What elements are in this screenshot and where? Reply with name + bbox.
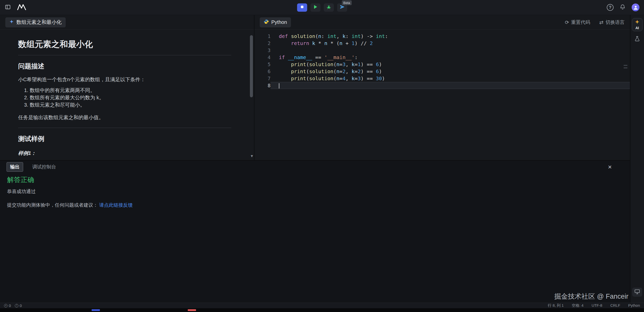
paper-plane-icon xyxy=(339,5,345,11)
description-heading: 问题描述 xyxy=(18,62,231,71)
swap-icon: ⇄ xyxy=(599,19,603,25)
error-icon: × xyxy=(4,304,8,307)
line-content: if __name__ == '__main__': xyxy=(271,54,630,61)
line-number: 5 xyxy=(254,61,271,68)
line-content: return k * n * (n + 1) // 2 xyxy=(271,40,630,47)
experiments-button[interactable] xyxy=(634,36,640,43)
user-avatar[interactable] xyxy=(632,4,639,11)
encoding-setting[interactable]: UTF-8 xyxy=(592,303,602,308)
topbar-right: ? xyxy=(607,4,639,11)
result-title: 解答正确 xyxy=(7,175,623,184)
close-panel-button[interactable]: × xyxy=(608,164,623,170)
close-icon: × xyxy=(608,163,612,171)
code-line[interactable]: 3 xyxy=(254,47,630,54)
feedback-link[interactable]: 请点此链接反馈 xyxy=(99,202,133,208)
indentation-setting[interactable]: 空格: 4 xyxy=(572,303,584,308)
line-number: 6 xyxy=(254,68,271,75)
warning-count: 0 xyxy=(20,303,22,308)
output-content: 解答正确 恭喜成功通过 提交功能内测体验中，任何问题或者建议： 请点此链接反馈 xyxy=(0,173,630,208)
body-row: 数组元素之和最小化 数组元素之和最小化 问题描述 小C希望构造一个包含n个元素的… xyxy=(0,15,644,303)
conditions-list: 数组中的所有元素两两不同。 数组所有元素的最大公约数为 k。 数组元素之和尽可能… xyxy=(18,87,231,109)
notifications-button[interactable] xyxy=(620,4,626,11)
language-mode[interactable]: Python xyxy=(628,303,640,308)
tab-debug-console[interactable]: 调试控制台 xyxy=(32,164,56,170)
editor-panes: 数组元素之和最小化 数组元素之和最小化 问题描述 小C希望构造一个包含n个元素的… xyxy=(0,15,630,160)
line-number: 3 xyxy=(254,47,271,54)
code-line[interactable]: 2 return k * n * (n + 1) // 2 xyxy=(254,40,630,47)
sample1-label: 样例1： xyxy=(18,150,231,157)
statusbar-right: 行 8, 列 1 空格: 4 UTF-8 CRLF Python xyxy=(548,303,640,308)
problem-tab[interactable]: 数组元素之和最小化 xyxy=(5,17,66,27)
help-button[interactable]: ? xyxy=(607,4,614,11)
sidebar-toggle-icon xyxy=(5,4,11,11)
language-tab-label: Python xyxy=(271,19,287,25)
toolbar-actions: Beta xyxy=(297,3,347,12)
minimap-mark xyxy=(624,65,627,66)
language-tab-python[interactable]: Python xyxy=(260,17,291,27)
ai-sparkle-icon xyxy=(635,19,640,25)
debug-button[interactable] xyxy=(324,3,334,12)
code-line[interactable]: 4if __name__ == '__main__': xyxy=(254,54,630,61)
right-sidebar: AI xyxy=(630,15,644,303)
tab-output[interactable]: 输出 xyxy=(7,162,23,172)
bell-icon xyxy=(620,4,626,11)
switch-language-label: 切换语言 xyxy=(605,19,625,26)
feedback-text: 提交功能内测体验中，任何问题或者建议： xyxy=(7,202,99,208)
problems-errors[interactable]: × 0 xyxy=(4,303,11,308)
editor-actions: ⟳ 重置代码 ⇄ 切换语言 xyxy=(565,19,625,26)
line-content xyxy=(271,47,630,54)
code-lines[interactable]: 1def solution(n: int, k: int) -> int:2 r… xyxy=(254,30,630,160)
code-line[interactable]: 5 print(solution(n=3, k=1) == 6) xyxy=(254,61,630,68)
condition-item: 数组所有元素的最大公约数为 k。 xyxy=(30,94,231,101)
topbar: Beta ? xyxy=(0,0,644,15)
python-icon xyxy=(264,19,269,25)
switch-language-button[interactable]: ⇄ 切换语言 xyxy=(599,19,625,26)
ai-label: AI xyxy=(635,26,639,30)
problem-pane: 数组元素之和最小化 数组元素之和最小化 问题描述 小C希望构造一个包含n个元素的… xyxy=(0,15,254,160)
strip-marker-red xyxy=(188,309,196,311)
line-content: print(solution(n=4, k=3) == 30) xyxy=(271,75,630,82)
sidebar-toggle-button[interactable] xyxy=(5,4,11,11)
code-line[interactable]: 6 print(solution(n=2, k=2) == 6) xyxy=(254,68,630,75)
samples-heading: 测试样例 xyxy=(18,135,231,143)
scroll-down-icon[interactable]: ▾ xyxy=(251,153,253,159)
submit-button[interactable]: Beta xyxy=(337,3,347,12)
line-number: 7 xyxy=(254,75,271,82)
error-count: 0 xyxy=(9,303,11,308)
statusbar-left: × 0 ! 0 xyxy=(4,303,22,308)
stop-button[interactable] xyxy=(297,3,307,12)
ai-assistant-button[interactable]: AI xyxy=(632,18,642,31)
code-line[interactable]: 8 xyxy=(254,82,630,89)
code-line[interactable]: 7 print(solution(n=4, k=3) == 30) xyxy=(254,75,630,82)
eol-setting[interactable]: CRLF xyxy=(610,303,620,308)
bottom-scroll-strip[interactable] xyxy=(0,308,644,312)
strip-marker-blue xyxy=(92,309,100,311)
line-number: 2 xyxy=(254,40,271,47)
topbar-left xyxy=(5,4,26,11)
line-content: print(solution(n=3, k=1) == 6) xyxy=(271,61,630,68)
result-subtitle: 恭喜成功通过 xyxy=(7,188,623,195)
problems-warnings[interactable]: ! 0 xyxy=(15,303,22,308)
help-icon: ? xyxy=(609,5,611,10)
cursor-position[interactable]: 行 8, 列 1 xyxy=(548,303,564,308)
text-cursor xyxy=(279,83,279,88)
line-number: 4 xyxy=(254,54,271,61)
app-logo[interactable] xyxy=(17,4,26,11)
workspace: 数组元素之和最小化 数组元素之和最小化 问题描述 小C希望构造一个包含n个元素的… xyxy=(0,15,630,303)
line-number: 8 xyxy=(254,82,271,89)
reset-code-label: 重置代码 xyxy=(571,19,590,26)
minimap-mark xyxy=(624,67,627,68)
bug-icon xyxy=(326,5,331,10)
logo-icon xyxy=(17,4,26,11)
line-content xyxy=(271,82,630,89)
code-line[interactable]: 1def solution(n: int, k: int) -> int: xyxy=(254,33,630,40)
output-panel-tabs: 输出 调试控制台 × xyxy=(0,161,630,173)
monitor-icon xyxy=(634,289,640,295)
line-number: 1 xyxy=(254,33,271,40)
line-content: print(solution(n=2, k=2) == 6) xyxy=(271,68,630,75)
run-button[interactable] xyxy=(310,3,320,12)
preview-button[interactable] xyxy=(632,288,642,297)
reset-code-button[interactable]: ⟳ 重置代码 xyxy=(565,19,590,26)
problem-scrollbar-thumb[interactable] xyxy=(250,35,253,97)
editor-header: Python ⟳ 重置代码 ⇄ 切换语言 xyxy=(254,15,630,30)
